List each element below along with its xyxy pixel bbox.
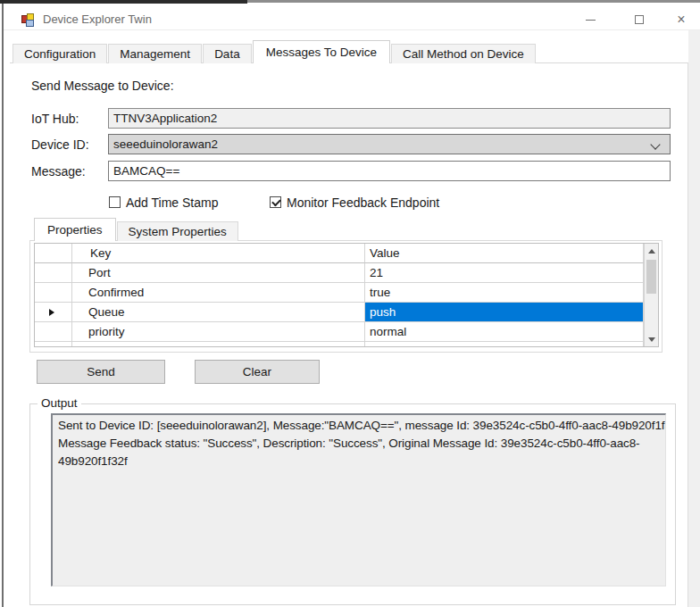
- tab-system-properties[interactable]: System Properties: [117, 221, 238, 241]
- clear-button[interactable]: Clear: [195, 360, 320, 384]
- window-left-border: [2, 4, 4, 607]
- output-textbox[interactable]: Sent to Device ID: [seeeduinolorawan2], …: [51, 413, 666, 586]
- value-cell[interactable]: normal: [365, 322, 644, 342]
- scroll-up-icon: [648, 249, 655, 254]
- column-header-key[interactable]: Key: [72, 244, 365, 263]
- scrollbar-thumb[interactable]: [646, 260, 656, 294]
- message-input[interactable]: BAMCAQ==: [108, 161, 671, 181]
- check-icon: [271, 197, 281, 207]
- maximize-icon: [635, 15, 644, 24]
- row-header-cell[interactable]: [35, 283, 72, 303]
- value-cell[interactable]: true: [365, 283, 644, 303]
- key-cell[interactable]: Queue: [72, 303, 365, 322]
- grid-corner-cell: [35, 244, 72, 263]
- device-id-value: seeeduinolorawan2: [113, 137, 218, 151]
- output-line: Message Feedback status: "Success", Desc…: [58, 435, 660, 453]
- table-row: priority normal: [35, 322, 644, 342]
- output-label: Output: [38, 396, 81, 410]
- close-button[interactable]: ×: [666, 11, 696, 29]
- row-header-cell[interactable]: [35, 263, 72, 283]
- key-cell[interactable]: Port: [72, 263, 365, 283]
- scroll-up-button[interactable]: [645, 244, 658, 258]
- section-title: Send Message to Device:: [31, 79, 174, 93]
- row-header-cell[interactable]: [35, 322, 72, 342]
- tab-properties[interactable]: Properties: [34, 218, 116, 241]
- output-line: Sent to Device ID: [seeeduinolorawan2], …: [58, 417, 660, 435]
- value-cell[interactable]: [365, 342, 644, 347]
- table-row: Confirmed true: [35, 283, 644, 303]
- main-tab-strip: Configuration Management Data Messages T…: [12, 40, 537, 63]
- value-cell-selected[interactable]: push: [365, 303, 644, 322]
- key-cell[interactable]: Confirmed: [72, 283, 365, 303]
- scroll-down-button[interactable]: [645, 332, 658, 346]
- titlebar-divider: [4, 29, 700, 30]
- tab-call-method-on-device[interactable]: Call Method on Device: [391, 44, 536, 63]
- minimize-icon: [586, 20, 596, 21]
- device-id-label: Device ID:: [31, 137, 103, 152]
- grid-header-row: Key Value: [35, 244, 644, 263]
- monitor-feedback-checkbox[interactable]: Monitor Feedback Endpoint: [270, 195, 439, 209]
- close-icon: ×: [677, 12, 685, 27]
- row-indicator-icon: [49, 309, 54, 316]
- window-right-gutter: [688, 30, 700, 607]
- add-time-stamp-checkbox[interactable]: Add Time Stamp: [109, 195, 219, 209]
- maximize-button[interactable]: [624, 11, 654, 29]
- message-label: Message:: [31, 164, 103, 179]
- checkbox-checked-icon[interactable]: [270, 196, 281, 208]
- background-window-edge-light: [247, 0, 700, 3]
- scroll-down-icon: [648, 337, 655, 342]
- iot-hub-input[interactable]: TTNV3Application2: [108, 108, 671, 129]
- app-icon: [21, 13, 36, 28]
- send-button[interactable]: Send: [37, 360, 165, 384]
- checkbox-unchecked-icon[interactable]: [109, 196, 121, 208]
- column-header-value[interactable]: Value: [365, 244, 644, 263]
- chevron-down-icon[interactable]: [650, 139, 660, 149]
- minimize-button[interactable]: [575, 11, 605, 29]
- tab-configuration[interactable]: Configuration: [12, 44, 107, 63]
- grid-vertical-scrollbar[interactable]: [644, 244, 658, 346]
- row-header-cell[interactable]: [35, 342, 72, 347]
- table-row: Queue push: [35, 303, 644, 322]
- output-line: 49b920f1f32f: [58, 453, 660, 470]
- key-cell[interactable]: priority: [72, 322, 365, 342]
- value-cell[interactable]: 21: [365, 263, 644, 283]
- tab-data[interactable]: Data: [203, 44, 252, 63]
- tab-messages-to-device[interactable]: Messages To Device: [253, 40, 390, 63]
- properties-tab-strip: Properties System Properties: [34, 218, 239, 241]
- window-title: Device Explorer Twin: [43, 12, 152, 26]
- properties-grid: Key Value Port 21 Confirmed true Queue p…: [34, 243, 659, 347]
- tab-management[interactable]: Management: [108, 44, 202, 63]
- row-header-cell-current[interactable]: [35, 303, 72, 322]
- title-bar: Device Explorer Twin ×: [4, 4, 700, 30]
- iot-hub-label: IoT Hub:: [31, 112, 103, 126]
- table-row: Port 21: [35, 263, 644, 283]
- key-cell[interactable]: [72, 342, 365, 347]
- device-id-combobox[interactable]: seeeduinolorawan2: [108, 134, 671, 154]
- monitor-feedback-label: Monitor Feedback Endpoint: [287, 195, 439, 210]
- add-time-stamp-label: Add Time Stamp: [126, 195, 219, 210]
- table-row-new: [35, 342, 644, 347]
